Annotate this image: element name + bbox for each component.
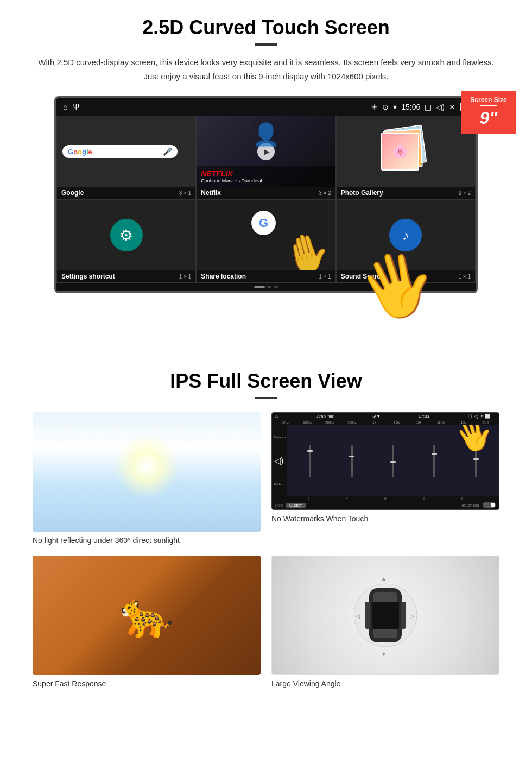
svg-rect-4 [365, 602, 370, 629]
share-app-cell[interactable]: G 🤚 Share location 1 × 1 [196, 199, 335, 283]
loudness-toggle[interactable] [483, 502, 496, 508]
num-0: 0 [368, 497, 404, 500]
volume-icon: ◁) [436, 103, 445, 111]
device-container: Screen Size 9" ⌂ Ψ ✳ ⊙ ▾ 15:06 ◫ ◁) ✕ [54, 96, 478, 293]
mic-icon: 🎤 [163, 147, 172, 156]
device-screen: ⌂ Ψ ✳ ⊙ ▾ 15:06 ◫ ◁) ✕ ⬜ [54, 96, 478, 293]
sun-flare [114, 434, 179, 499]
camera-status-icon: ◫ [425, 103, 432, 111]
freq-100: 100hz [297, 421, 318, 424]
slider-1[interactable] [309, 445, 311, 477]
eq-hand-icon: 🖐 [451, 425, 498, 458]
gallery-size: 2 × 2 [458, 190, 471, 196]
slider-3[interactable] [392, 445, 394, 477]
share-content: G 🤚 [197, 200, 335, 270]
eq-freq-labels: 60hz 100hz 200hz 500hz 1k 2.5k 10k 12.5k… [272, 420, 499, 425]
gallery-cell-inner: 🌸 [337, 116, 475, 187]
sound-cell-inner: ♪ [337, 200, 475, 270]
custom-btn[interactable]: Custom [286, 503, 306, 508]
freq-12k: 12.5k [431, 421, 451, 424]
cheetah-emoji: 🐆 [119, 590, 174, 641]
netflix-app-cell[interactable]: 👤 ▶ NETFLIX Continue Marvel's Daredevil … [196, 116, 335, 199]
freq-200: 200hz [320, 421, 340, 424]
netflix-label-row: Netflix 3 × 2 [197, 187, 335, 199]
settings-label: Settings shortcut [61, 273, 115, 280]
slider-4[interactable] [433, 445, 435, 477]
netflix-subtitle: Continue Marvel's Daredevil [201, 178, 331, 184]
screen-size-badge: Screen Size 9" [461, 91, 516, 134]
caption-no-watermarks: No Watermarks When Touch [271, 514, 499, 523]
svg-rect-5 [401, 602, 406, 629]
sky-bg [33, 412, 261, 532]
google-cell-inner: Google 🎤 [57, 116, 195, 187]
gallery-label-row: Photo Gallery 2 × 2 [337, 187, 475, 199]
svg-text:▷: ▷ [410, 613, 414, 619]
badge-label: Screen Size [469, 96, 508, 104]
section-divider [33, 348, 499, 348]
netflix-label: Netflix [201, 189, 221, 197]
settings-label-row: Settings shortcut 1 × 1 [57, 270, 195, 282]
num-3: 3 [290, 497, 327, 500]
features-grid: No light reflecting under 360° direct su… [33, 412, 499, 688]
google-app-cell[interactable]: Google 🎤 Google 3 × 1 [56, 116, 196, 199]
eq-balance-label: Balance [274, 436, 285, 439]
svg-rect-6 [372, 602, 399, 629]
eq-header-title: Amplifier [316, 414, 333, 419]
dot-1 [254, 286, 265, 288]
gallery-label: Photo Gallery [341, 189, 383, 197]
section1-desc: With 2.5D curved-display screen, this de… [33, 55, 499, 83]
signal-icon: ✕ [449, 103, 455, 111]
eq-numbers: 3 4 0 -3 0 [272, 496, 499, 501]
freq-2k: 2.5k [387, 421, 407, 424]
gallery-app-cell[interactable]: 🌸 Photo Gallery 2 × 2 [336, 116, 476, 199]
section2-title: IPS Full Screen View [33, 370, 499, 393]
toggle-knob [491, 503, 495, 507]
cheetah-image: 🐆 [33, 556, 261, 675]
page-wrapper: 2.5D Curved Touch Screen With 2.5D curve… [0, 0, 532, 704]
bluetooth-icon: ✳ [371, 103, 378, 111]
badge-size: 9" [469, 108, 508, 128]
eq-fader-label: Fader [274, 483, 285, 486]
eq-home-icon: ⌂ [275, 414, 278, 419]
app-grid-row2: ⚙ Settings shortcut 1 × 1 [56, 199, 476, 283]
settings-size: 1 × 1 [179, 274, 192, 280]
freq-15k: 15k [453, 421, 473, 424]
status-bar-right: ✳ ⊙ ▾ 15:06 ◫ ◁) ✕ ⬜ [371, 103, 469, 111]
eq-time: 17:33 [419, 414, 429, 419]
freq-sub: SUB [476, 421, 496, 424]
settings-cell-inner: ⚙ [57, 200, 195, 270]
share-cell-inner: G 🤚 [197, 200, 335, 270]
eq-main: Balance ◁) Fader 🖐 [272, 425, 499, 496]
google-size: 3 × 1 [179, 190, 192, 196]
feature-no-watermarks: ⌂ Amplifier ⊙ ▾ 17:33 ◫ ◁) ✕ ⬜ — 60hz 10… [271, 412, 499, 545]
eq-right-icons: ◫ ◁) ✕ ⬜ — [468, 414, 496, 419]
usb-icon: Ψ [73, 103, 79, 111]
caption-no-reflection: No light reflecting under 360° direct su… [33, 536, 261, 545]
sound-size: 1 × 1 [458, 274, 471, 280]
feature-fast-response: 🐆 Super Fast Response [33, 556, 261, 688]
flower-emoji: 🌸 [392, 144, 408, 159]
num-4: 4 [329, 497, 365, 500]
home-icon: ⌂ [63, 103, 67, 111]
svg-text:▼: ▼ [381, 651, 387, 657]
sky-image [33, 412, 261, 532]
num-0b: 0 [444, 497, 480, 500]
sound-label: Sound Search [341, 273, 385, 280]
num-n3: -3 [406, 497, 442, 500]
gallery-stack: 🌸 [381, 127, 430, 176]
feature-no-reflection: No light reflecting under 360° direct su… [33, 412, 261, 545]
share-size: 1 × 1 [319, 274, 331, 280]
google-search-bar[interactable]: Google 🎤 [62, 145, 178, 158]
slider-2-handle [349, 456, 354, 457]
settings-app-cell[interactable]: ⚙ Settings shortcut 1 × 1 [56, 199, 196, 283]
car-top-view-svg: ◁ ▷ ▲ ▼ [353, 572, 418, 659]
eq-side-labels: Balance ◁) Fader [272, 425, 287, 496]
time-display: 15:06 [401, 103, 420, 111]
status-bar: ⌂ Ψ ✳ ⊙ ▾ 15:06 ◫ ◁) ✕ ⬜ [56, 98, 476, 116]
badge-underline [480, 105, 497, 106]
settings-icon-circle: ⚙ [110, 219, 143, 251]
sound-app-cell[interactable]: ♪ Sound Search 1 × 1 [336, 199, 476, 283]
slider-2[interactable] [351, 445, 353, 477]
music-note-icon: ♪ [402, 227, 409, 244]
eq-bottom-bar: |◁◁ Custom loudness [272, 501, 499, 509]
